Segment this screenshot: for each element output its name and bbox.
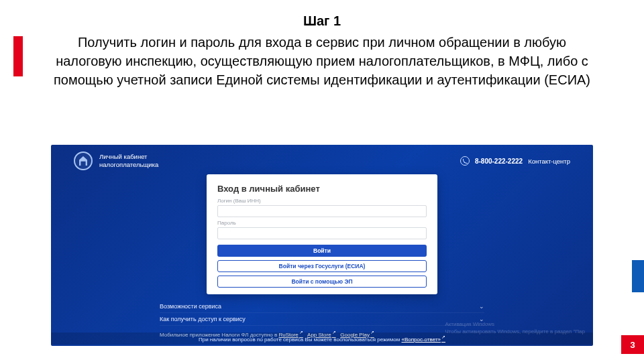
fns-emblem-icon [74,152,93,170]
login-input[interactable] [217,205,427,217]
chevron-down-icon: ⌄ [479,303,484,310]
watermark-line2: Чтобы активировать Windows, перейдите в … [445,328,585,335]
password-input[interactable] [217,227,427,239]
phone-label: Контакт-центр [528,158,570,165]
accordion-label: Возможности сервиса [160,303,221,310]
login-esia-button[interactable]: Войти через Госуслуги (ЕСИА) [217,260,427,272]
password-field-label: Пароль [217,220,427,226]
external-link-icon: ↗ [441,335,445,339]
login-screenshot: Личный кабинет налогоплательщика 8-800-2… [51,145,593,346]
nav-bar: Личный кабинет налогоплательщика 8-800-2… [51,145,593,176]
accordion-row-access[interactable]: Как получить доступ к сервису ⌄ [160,313,484,326]
link-faq[interactable]: «Вопрос-ответ»↗ [401,337,445,343]
phone-icon [460,156,470,166]
windows-activation-watermark: Активация Windows Чтобы активировать Win… [445,320,585,335]
accent-bar-right [632,260,644,292]
login-button[interactable]: Войти [217,245,427,257]
info-accordion: Возможности сервиса ⌄ Как получить досту… [160,300,484,338]
accent-bar-left [13,36,23,76]
page-number: 3 [621,335,644,354]
login-field-label: Логин (Ваш ИНН) [217,198,427,204]
footer-prefix: При наличии вопросов по работе сервиса В… [199,337,402,343]
phone-number: 8-800-222-2222 [475,158,523,165]
brand-line2: налогоплательщика [99,161,158,169]
watermark-line1: Активация Windows [445,320,585,328]
brand: Личный кабинет налогоплательщика [74,152,158,170]
login-heading: Вход в личный кабинет [217,184,427,194]
brand-line1: Личный кабинет [99,153,158,161]
contact-block: 8-800-222-2222 Контакт-центр [460,156,570,166]
brand-text: Личный кабинет налогоплательщика [99,153,158,169]
step-description: Получить логин и пароль для входа в серв… [47,33,597,89]
login-ep-button[interactable]: Войти с помощью ЭП [217,276,427,288]
accordion-label: Как получить доступ к сервису [160,316,246,322]
accordion-row-features[interactable]: Возможности сервиса ⌄ [160,300,484,313]
step-title: Шаг 1 [0,13,644,29]
login-card: Вход в личный кабинет Логин (Ваш ИНН) Па… [207,174,437,294]
